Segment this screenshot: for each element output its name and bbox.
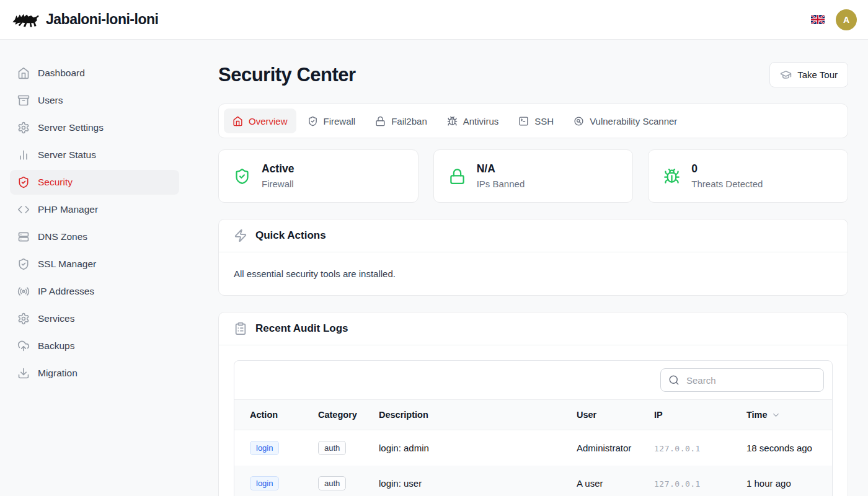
table-row[interactable]: login auth login: user A user 127.0.0.1 … bbox=[234, 466, 832, 496]
category-badge: auth bbox=[318, 476, 346, 491]
sidebar-item-dashboard[interactable]: Dashboard bbox=[10, 61, 179, 86]
user-cell: Administrator bbox=[572, 430, 649, 466]
security-tabs: Overview Firewall Fail2ban bbox=[218, 104, 848, 138]
sidebar-item-php-manager[interactable]: PHP Manager bbox=[10, 197, 179, 222]
audit-logs-title: Recent Audit Logs bbox=[255, 322, 348, 335]
gear-icon bbox=[17, 122, 30, 134]
sidebar-item-migration[interactable]: Migration bbox=[10, 361, 179, 386]
search-input[interactable] bbox=[685, 374, 816, 386]
lock-icon bbox=[449, 168, 466, 185]
app-title: Jabaloni-loni-loni bbox=[46, 11, 158, 28]
sidebar-item-backups[interactable]: Backups bbox=[10, 334, 179, 358]
column-header-action[interactable]: Action bbox=[234, 400, 313, 430]
tab-label: SSH bbox=[534, 116, 554, 126]
tab-label: Vulnerability Scanner bbox=[590, 116, 677, 126]
sidebar-item-server-status[interactable]: Server Status bbox=[10, 143, 179, 167]
description-cell: login: user bbox=[374, 466, 572, 496]
action-badge: login bbox=[250, 441, 279, 456]
language-flag-icon[interactable] bbox=[811, 15, 825, 24]
avatar-initial: A bbox=[843, 15, 849, 25]
home-icon bbox=[17, 67, 30, 79]
sidebar-item-label: IP Addresses bbox=[38, 286, 94, 297]
sidebar-item-label: Users bbox=[38, 95, 63, 106]
sidebar-item-security[interactable]: Security bbox=[10, 170, 179, 195]
description-cell: login: admin bbox=[374, 430, 572, 466]
shield-check-icon bbox=[234, 168, 250, 185]
sidebar-item-label: SSL Manager bbox=[38, 259, 96, 270]
stat-card-threats: 0 Threats Detected bbox=[648, 149, 848, 203]
sidebar-item-label: Dashboard bbox=[38, 68, 85, 79]
tab-fail2ban[interactable]: Fail2ban bbox=[366, 108, 436, 133]
lock-icon bbox=[375, 116, 386, 126]
tab-ssh[interactable]: SSH bbox=[510, 108, 562, 133]
sidebar-item-label: Backups bbox=[38, 340, 74, 352]
sidebar-item-services[interactable]: Services bbox=[10, 306, 179, 331]
audit-logs-card: Recent Audit Logs bbox=[218, 312, 848, 496]
bar-chart-icon bbox=[17, 149, 30, 161]
graduation-cap-icon bbox=[780, 69, 792, 81]
audit-table: Action Category Description User IP Time bbox=[234, 399, 832, 496]
ip-cell: 127.0.0.1 bbox=[654, 444, 701, 453]
stat-label: IPs Banned bbox=[477, 177, 525, 191]
search-icon bbox=[668, 374, 680, 386]
tab-label: Antivirus bbox=[463, 116, 499, 126]
brand[interactable]: Jabaloni-loni-loni bbox=[11, 10, 158, 30]
quick-actions-title: Quick Actions bbox=[255, 229, 326, 242]
server-icon bbox=[17, 231, 30, 243]
quick-actions-message: All essential security tools are install… bbox=[219, 252, 848, 295]
stat-value: Active bbox=[262, 161, 294, 177]
download-icon bbox=[17, 367, 30, 379]
radio-waves-icon bbox=[17, 285, 30, 298]
gear-icon bbox=[17, 312, 30, 325]
quick-actions-card: Quick Actions All essential security too… bbox=[218, 219, 848, 296]
table-row[interactable]: login auth login: admin Administrator 12… bbox=[234, 430, 832, 466]
shield-check-icon bbox=[17, 258, 30, 270]
lightning-icon bbox=[234, 229, 247, 242]
search-box bbox=[660, 368, 824, 392]
user-cell: A user bbox=[572, 466, 649, 496]
tab-overview[interactable]: Overview bbox=[224, 108, 296, 133]
sidebar-item-label: Security bbox=[38, 177, 73, 188]
tab-firewall[interactable]: Firewall bbox=[299, 108, 365, 133]
table-header-row: Action Category Description User IP Time bbox=[234, 400, 832, 430]
column-header-ip[interactable]: IP bbox=[649, 400, 742, 430]
sidebar-item-label: PHP Manager bbox=[38, 204, 98, 215]
sidebar-item-dns-zones[interactable]: DNS Zones bbox=[10, 224, 179, 249]
stat-label: Firewall bbox=[262, 177, 294, 191]
sidebar-item-label: Server Status bbox=[38, 149, 96, 161]
column-header-user[interactable]: User bbox=[572, 400, 649, 430]
sidebar: Dashboard Users Server Settings Server S… bbox=[0, 40, 188, 496]
code-icon bbox=[17, 203, 30, 216]
take-tour-label: Take Tour bbox=[797, 69, 838, 80]
page-title: Security Center bbox=[218, 64, 356, 86]
take-tour-button[interactable]: Take Tour bbox=[769, 62, 848, 87]
terminal-icon bbox=[518, 116, 529, 126]
column-header-time[interactable]: Time bbox=[742, 400, 832, 430]
audit-table-container: Action Category Description User IP Time bbox=[234, 360, 833, 496]
bug-icon bbox=[447, 116, 458, 126]
archive-icon bbox=[17, 94, 30, 107]
clipboard-icon bbox=[234, 322, 247, 335]
time-cell: 1 hour ago bbox=[742, 466, 832, 496]
status-cards: Active Firewall N/A IPs Banned bbox=[218, 149, 848, 203]
action-badge: login bbox=[250, 476, 279, 491]
tab-vulnerability-scanner[interactable]: Vulnerability Scanner bbox=[565, 108, 686, 133]
user-avatar[interactable]: A bbox=[836, 9, 857, 30]
shield-check-icon bbox=[17, 176, 30, 188]
column-header-description[interactable]: Description bbox=[374, 400, 572, 430]
sidebar-item-label: DNS Zones bbox=[38, 231, 87, 242]
scan-search-icon bbox=[574, 116, 584, 126]
tab-antivirus[interactable]: Antivirus bbox=[438, 108, 508, 133]
sidebar-item-ip-addresses[interactable]: IP Addresses bbox=[10, 279, 179, 304]
ip-cell: 127.0.0.1 bbox=[654, 479, 701, 489]
stat-value: N/A bbox=[477, 161, 525, 177]
sidebar-item-label: Migration bbox=[38, 368, 78, 379]
column-header-category[interactable]: Category bbox=[313, 400, 374, 430]
sidebar-item-server-settings[interactable]: Server Settings bbox=[10, 115, 179, 140]
sidebar-item-label: Services bbox=[38, 313, 74, 324]
shield-check-icon bbox=[308, 116, 318, 126]
sidebar-item-users[interactable]: Users bbox=[10, 88, 179, 113]
sidebar-item-ssl-manager[interactable]: SSL Manager bbox=[10, 252, 179, 277]
tab-label: Overview bbox=[249, 116, 288, 126]
main-content: Security Center Take Tour Overview bbox=[188, 40, 868, 496]
